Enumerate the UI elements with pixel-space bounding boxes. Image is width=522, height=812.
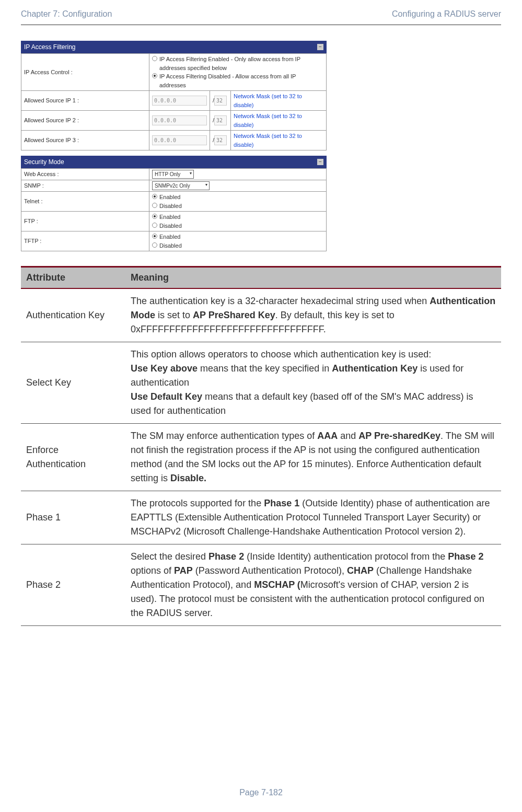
ftp-enabled-radio[interactable] <box>152 214 157 219</box>
security-panel-title: Security Mode <box>24 157 64 167</box>
table-row: Phase 1 The protocols supported for the … <box>21 491 501 544</box>
ip-control-label: IP Access Control : <box>21 54 149 91</box>
ip-input[interactable]: 0.0.0.0 <box>152 135 207 145</box>
tftp-disabled-radio[interactable] <box>152 242 157 248</box>
page-header: Chapter 7: Configuration Configuring a R… <box>21 8 501 25</box>
snmp-select[interactable]: SNMPv2c Only <box>152 181 210 190</box>
security-mode-panel-header[interactable]: Security Mode − <box>21 156 327 168</box>
config-screenshot: IP Access Filtering − IP Access Control … <box>21 41 327 251</box>
allowed-ip-row: Allowed Source IP 1 : 0.0.0.0 /32 Networ… <box>21 91 327 111</box>
radio-disabled[interactable] <box>152 73 157 78</box>
mask-input[interactable]: 32 <box>214 135 227 145</box>
table-row: Enforce Authentication The SM may enforc… <box>21 424 501 491</box>
ip-panel-title: IP Access Filtering <box>24 42 75 52</box>
col-attribute: Attribute <box>21 267 125 289</box>
ip-filtering-panel-header[interactable]: IP Access Filtering − <box>21 41 327 53</box>
collapse-icon[interactable]: − <box>317 44 323 50</box>
telnet-enabled-radio[interactable] <box>152 194 157 199</box>
header-left: Chapter 7: Configuration <box>21 8 112 20</box>
tftp-enabled-radio[interactable] <box>152 234 157 239</box>
allowed-ip-row: Allowed Source IP 2 : 0.0.0.0 /32 Networ… <box>21 111 327 131</box>
collapse-icon[interactable]: − <box>317 159 323 165</box>
telnet-disabled-radio[interactable] <box>152 203 157 208</box>
page-number: Page 7-182 <box>0 786 522 799</box>
table-row: Phase 2 Select the desired Phase 2 (Insi… <box>21 544 501 626</box>
allowed-ip-row: Allowed Source IP 3 : 0.0.0.0 /32 Networ… <box>21 131 327 150</box>
ip-input[interactable]: 0.0.0.0 <box>152 115 207 125</box>
header-right: Configuring a RADIUS server <box>392 8 501 20</box>
col-meaning: Meaning <box>125 267 501 289</box>
web-access-select[interactable]: HTTP Only <box>152 170 194 179</box>
mask-input[interactable]: 32 <box>214 96 227 106</box>
ip-input[interactable]: 0.0.0.0 <box>152 96 207 106</box>
radio-enabled[interactable] <box>152 56 157 61</box>
table-row: Select Key This option allows operators … <box>21 342 501 424</box>
mask-input[interactable]: 32 <box>214 115 227 125</box>
table-row: Authentication Key The authentication ke… <box>21 288 501 342</box>
ftp-disabled-radio[interactable] <box>152 223 157 228</box>
attribute-table: Attribute Meaning Authentication Key The… <box>21 266 501 626</box>
